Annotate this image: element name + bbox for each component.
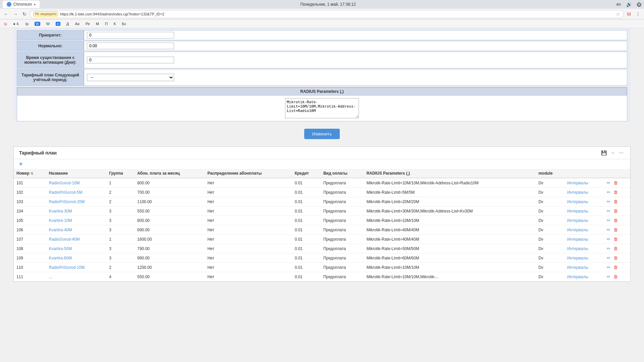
edit-button[interactable]: ✏ <box>606 274 611 280</box>
gmail-icon[interactable]: M <box>625 11 633 17</box>
cell-radius: Mikrotik-Rate-Limit=30M/30M,Mikrotik-Add… <box>364 206 536 216</box>
intervals-link[interactable]: Интервалы <box>567 209 588 214</box>
edit-button[interactable]: ✏ <box>606 189 611 195</box>
tariff-name-link[interactable]: RadioPriGorod-5M <box>49 190 83 195</box>
tariff-collapse-btn[interactable]: − <box>610 149 615 156</box>
bookmark-7[interactable]: Д <box>64 21 71 26</box>
tariff-name-link[interactable]: ... <box>49 275 52 279</box>
browser-tab[interactable]: Chromium ▾ <box>3 1 40 8</box>
tariff-next-select[interactable]: -- <box>87 74 174 81</box>
delete-button[interactable]: 🗑 <box>612 199 619 204</box>
delete-button[interactable]: 🗑 <box>612 274 619 280</box>
col-intervals <box>565 169 603 178</box>
tariff-name-link[interactable]: RadioGorod-10M <box>49 181 80 185</box>
intervals-link[interactable]: Интервалы <box>567 237 588 242</box>
intervals-link[interactable]: Интервалы <box>567 190 588 195</box>
cell-intervals: Интервалы <box>565 197 603 206</box>
volume-icon[interactable]: 🔊 <box>626 2 632 7</box>
bookmark-5[interactable]: W <box>44 21 52 26</box>
tariff-name-link[interactable]: Kvartira-30M <box>49 209 72 214</box>
intervals-link[interactable]: Интервалы <box>567 218 588 223</box>
tariff-name-link[interactable]: RadioPriGorod-20M <box>49 199 85 204</box>
bookmark-9[interactable]: Ре <box>84 21 92 26</box>
edit-button[interactable]: ✏ <box>606 180 611 186</box>
menu-icon[interactable]: ⋮ <box>634 11 642 17</box>
forward-button[interactable]: → <box>11 11 19 17</box>
delete-button[interactable]: 🗑 <box>612 218 619 223</box>
bookmark-11[interactable]: П <box>103 21 110 26</box>
priority-label: Приоритет: <box>17 30 84 40</box>
edit-button[interactable]: ✏ <box>606 236 611 242</box>
table-row: 109 Kvartira-60M 3 990.00 Нет 0.01 Предо… <box>14 253 630 263</box>
tariff-name-link[interactable]: Kvartira-50M <box>49 246 72 251</box>
delete-button[interactable]: 🗑 <box>612 246 619 251</box>
bookmark-8[interactable]: Аи <box>73 21 81 26</box>
delete-button[interactable]: 🗑 <box>612 208 619 214</box>
add-tariff-button[interactable]: + <box>14 159 28 169</box>
bookmark-1[interactable]: Ip <box>2 21 9 26</box>
delete-button[interactable]: 🗑 <box>612 264 619 270</box>
bookmark-2[interactable]: ● 4. <box>11 21 21 26</box>
edit-button[interactable]: ✏ <box>606 264 611 270</box>
intervals-link[interactable]: Интервалы <box>567 181 588 185</box>
edit-button[interactable]: ✏ <box>606 227 611 233</box>
edit-button[interactable]: ✏ <box>606 246 611 251</box>
bookmark-13[interactable]: Бс <box>120 21 128 26</box>
normal-label: Нормально: <box>17 41 84 51</box>
intervals-link[interactable]: Интервалы <box>567 228 588 232</box>
cell-distribution: Нет <box>205 272 292 282</box>
tariff-name-link[interactable]: Kvartira-40M <box>49 228 72 232</box>
intervals-link[interactable]: Интервалы <box>567 275 588 279</box>
cell-group: 2 <box>106 197 135 206</box>
cell-module: Dv <box>536 197 565 206</box>
edit-button[interactable]: ✏ <box>606 255 611 261</box>
table-row: 108 Kvartira-50M 3 790.00 Нет 0.01 Предо… <box>14 244 630 253</box>
sort-icon-number[interactable]: ⇅ <box>31 172 33 175</box>
delete-button[interactable]: 🗑 <box>612 180 619 186</box>
tab-dropdown-icon[interactable]: ▾ <box>34 3 36 6</box>
priority-input[interactable] <box>87 32 174 39</box>
bookmark-12[interactable]: К <box>112 21 118 26</box>
intervals-link[interactable]: Интервалы <box>567 256 588 260</box>
back-button[interactable]: ← <box>2 11 10 17</box>
tariff-name-link[interactable]: Kvartira-10M <box>49 218 72 223</box>
cell-name: Kvartira-10M <box>46 216 107 225</box>
tariff-more-btn[interactable]: ⋯ <box>618 149 625 156</box>
intervals-link[interactable]: Интервалы <box>567 265 588 270</box>
radius-textarea[interactable]: Mikrotik-Rate-Limit=10M/10M,Mikrotik-Add… <box>285 98 359 118</box>
star-icon[interactable]: ☆ <box>616 11 620 17</box>
button-area: Изменить <box>0 125 644 142</box>
bookmark-4[interactable]: W <box>33 21 42 26</box>
cell-radius: Mikrotik-Rate-Limit=10M/10M <box>364 263 536 272</box>
reload-button[interactable]: ↻ <box>21 11 28 17</box>
bookmark-6[interactable]: H <box>54 21 62 26</box>
tariff-name-link[interactable]: RadioPriGorod-10M <box>49 265 85 270</box>
address-bar[interactable]: Не защищено https://lk.1-tele.com:9443/a… <box>30 10 624 18</box>
normal-input-cell <box>84 41 627 51</box>
change-button[interactable]: Изменить <box>304 129 340 139</box>
delete-button[interactable]: 🗑 <box>612 227 619 233</box>
delete-button[interactable]: 🗑 <box>612 189 619 195</box>
cell-payment-type: Предоплата <box>321 216 364 225</box>
power-icon[interactable]: ⏻ <box>637 2 641 7</box>
bookmark-10[interactable]: М <box>94 21 101 26</box>
tariff-export-btn[interactable]: 💾 <box>600 149 608 156</box>
intervals-link[interactable]: Интервалы <box>567 246 588 251</box>
cell-module: Dv <box>536 272 565 282</box>
cell-module: Dv <box>536 216 565 225</box>
tariff-name-link[interactable]: RadioGorod-40M <box>49 237 80 242</box>
cell-group: 1 <box>106 235 135 244</box>
edit-button[interactable]: ✏ <box>606 218 611 223</box>
edit-button[interactable]: ✏ <box>606 199 611 204</box>
delete-button[interactable]: 🗑 <box>612 255 619 261</box>
intervals-link[interactable]: Интервалы <box>567 199 588 204</box>
col-module: module <box>536 169 565 178</box>
tariff-name-link[interactable]: Kvartira-60M <box>49 256 72 260</box>
delete-button[interactable]: 🗑 <box>612 236 619 242</box>
bookmark-3[interactable]: Ip <box>23 21 31 26</box>
lifetime-input[interactable] <box>87 57 174 63</box>
cell-distribution: Нет <box>205 216 292 225</box>
tariff-next-label: Тарифный план Следующий учётный период: <box>17 69 84 86</box>
normal-input[interactable] <box>87 43 174 49</box>
edit-button[interactable]: ✏ <box>606 208 611 214</box>
